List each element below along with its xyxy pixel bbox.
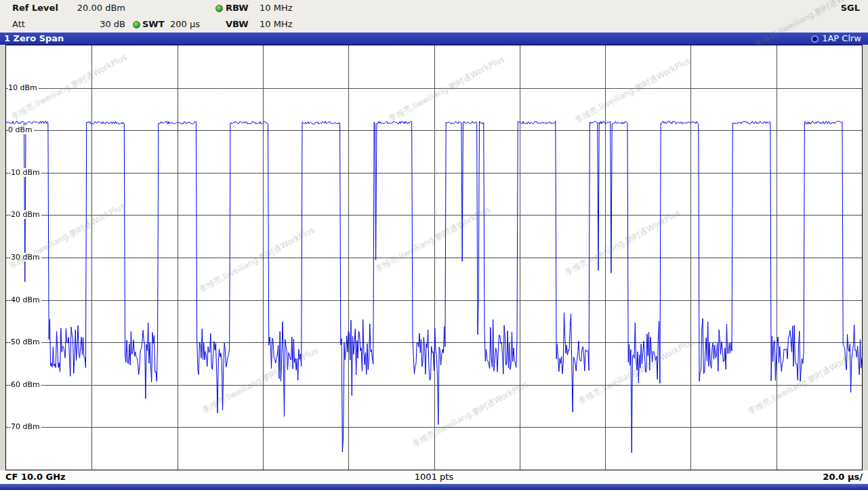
bottom-strip [0,484,868,490]
ref-level-value[interactable]: 20.00 dBm [66,3,125,14]
swt-label: SWT [142,19,165,30]
y-axis-tick-label: 0 dBm [8,125,34,134]
time-per-division-value[interactable]: 20.0 µs/ [823,470,863,484]
y-axis-tick-label: -50 dBm [8,338,41,346]
y-axis-tick-label: -40 dBm [8,295,41,304]
y-axis-tick-label: -60 dBm [8,380,41,389]
ref-level-label: Ref Level [12,3,58,14]
plot-area[interactable]: 10 dBm0 dBm-10 dBm-20 dBm-30 dBm-40 dBm-… [5,45,863,470]
rbw-led-icon [215,5,223,12]
trace-canvas [6,45,862,470]
trace-mode-group[interactable]: 1AP Clrw [811,33,861,45]
y-axis-tick-label: -30 dBm [8,253,41,262]
spectrum-analyzer-screen: Ref Level 20.00 dBm RBW 10 MHz SGL Att 3… [0,0,868,490]
swt-led-icon [133,21,140,28]
vbw-label: VBW [226,19,249,30]
swt-value[interactable]: 200 µs [170,19,200,30]
rbw-value[interactable]: 10 MHz [260,3,293,14]
center-frequency-value[interactable]: CF 10.0 GHz [5,470,66,484]
rbw-label: RBW [226,3,249,14]
att-value[interactable]: 30 dB [66,19,125,30]
trace-mode-label: 1AP Clrw [822,33,861,45]
vbw-value[interactable]: 10 MHz [260,19,293,30]
y-axis-tick-label: 10 dBm [8,83,39,92]
y-axis-tick-label: -10 dBm [8,168,41,177]
y-axis-tick-label: -70 dBm [8,422,41,431]
trace-color-icon [811,35,819,43]
single-sweep-indicator: SGL [841,3,860,14]
sweep-points-value: 1001 pts [415,470,453,484]
footer-bar: CF 10.0 GHz 1001 pts 20.0 µs/ [0,470,868,484]
att-label: Att [12,19,25,30]
y-axis-tick-label: -20 dBm [8,210,41,219]
header-bar: Ref Level 20.00 dBm RBW 10 MHz SGL Att 3… [0,0,868,33]
window-title: 1 Zero Span [4,33,64,45]
window-titlebar: 1 Zero Span 1AP Clrw [0,33,868,45]
